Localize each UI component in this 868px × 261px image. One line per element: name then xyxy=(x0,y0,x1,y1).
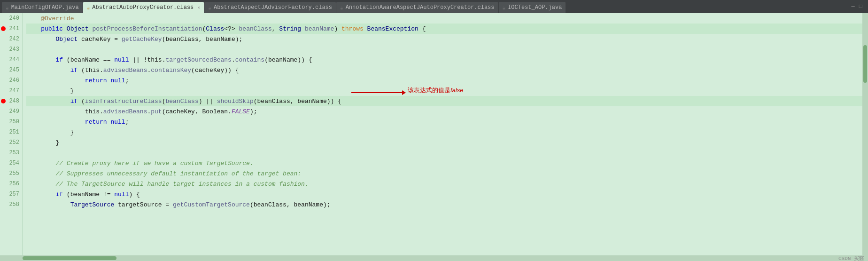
line-246-indent xyxy=(26,77,85,84)
tab-mainconfigofaop[interactable]: ☕ MainConfigOfAOP.java xyxy=(2,2,83,13)
line-245-containskey: containsKey xyxy=(151,67,191,74)
vertical-scrollbar[interactable] xyxy=(862,13,868,255)
tab-annotationaware[interactable]: ☕ AnnotationAwareAspectJAutoProxyCreator… xyxy=(336,2,498,13)
line-249-end: ); xyxy=(250,108,257,115)
tab-label-2: AbstractAspectJAdvisorFactory.class xyxy=(214,4,332,11)
line-248-isinfra: isInfrastructureClass xyxy=(85,98,162,105)
line-248-shouldskip: shouldSkip xyxy=(217,98,254,105)
line-244-contains-method: contains xyxy=(235,56,264,63)
line-242-content xyxy=(26,36,55,43)
line-num-248: 248 xyxy=(0,96,22,106)
scrollbar-thumb-v[interactable] xyxy=(863,45,867,83)
line-num-243: 243 xyxy=(0,44,22,55)
line-246-return: return xyxy=(85,77,111,84)
code-line-254: // Create proxy here if we have a custom… xyxy=(26,158,862,168)
line-num-258: 258 xyxy=(0,199,22,210)
code-line-249: this.advisedBeans.put(cacheKey, Boolean.… xyxy=(26,106,862,117)
line-244-end: (beanName)) { xyxy=(264,56,312,63)
line-251-content: } xyxy=(26,129,74,136)
line-248-indent xyxy=(26,98,70,105)
line-num-257: 257 xyxy=(0,189,22,199)
tab-ioctest[interactable]: ☕ IOCTest_AOP.java xyxy=(499,2,566,13)
line-247-content: } xyxy=(26,87,74,95)
line-242-method: getCacheKey xyxy=(122,36,162,43)
tab-icon-2: ☕ xyxy=(208,5,211,11)
horizontal-scrollbar[interactable]: CSDN 买酱 xyxy=(0,255,868,261)
line-245-dot: . xyxy=(147,67,151,74)
code-line-257: if (beanName != null) { xyxy=(26,189,862,199)
tab-label-1: AbstractAutoProxyCreator.class xyxy=(92,4,194,11)
line-248-args: (beanClass, beanName)) { xyxy=(254,98,341,105)
tab-abstractaspectjadvisorfactory[interactable]: ☕ AbstractAspectJAdvisorFactory.class xyxy=(204,2,336,13)
line-257-if: if xyxy=(55,191,66,198)
code-line-246: return null; xyxy=(26,75,862,86)
code-line-245: if (this.advisedBeans.containsKey(cacheK… xyxy=(26,65,862,75)
line-256-comment: // The TargetSource will handle target i… xyxy=(26,181,309,188)
line-245-content: (this. xyxy=(81,67,103,74)
line-num-241: 241 xyxy=(0,24,22,34)
line-244-content: (beanName == xyxy=(67,56,114,63)
editor-container: ☕ MainConfigOfAOP.java ☕ AbstractAutoPro… xyxy=(0,0,868,261)
line-num-250: 250 xyxy=(0,117,22,127)
line-num-249: 249 xyxy=(0,106,22,117)
watermark: CSDN 买酱 xyxy=(838,255,864,261)
code-line-253 xyxy=(26,148,862,158)
line-258-var: targetSource = xyxy=(118,201,173,208)
code-line-240: @Override xyxy=(26,13,862,24)
tab-close-1[interactable]: ✕ xyxy=(197,5,200,10)
code-line-258: TargetSource targetSource = getCustomTar… xyxy=(26,199,862,210)
code-line-241: public Object postProcessBeforeInstantia… xyxy=(26,24,862,34)
line-257-content: (beanName != xyxy=(67,191,114,198)
line-258-indent xyxy=(26,201,70,208)
line-num-242: 242 xyxy=(0,34,22,44)
line-num-244: 244 xyxy=(0,55,22,65)
line-258-type: TargetSource xyxy=(70,201,118,208)
tab-label-0: MainConfigOfAOP.java xyxy=(11,4,79,11)
code-line-250: return null; xyxy=(26,117,862,127)
line-244-contains: . xyxy=(232,56,235,63)
line-249-indent: this. xyxy=(26,108,103,115)
line-num-245: 245 xyxy=(0,65,22,75)
line-257-indent xyxy=(26,191,55,198)
line-252-content: } xyxy=(26,139,59,146)
code-area[interactable]: @Override public Object postProcessBefor… xyxy=(23,13,862,255)
tab-label-4: IOCTest_AOP.java xyxy=(508,4,562,11)
tab-icon-3: ☕ xyxy=(340,5,343,11)
tab-abstractautoproxycreator[interactable]: ☕ AbstractAutoProxyCreator.class ✕ xyxy=(83,2,204,13)
editor-body: 240 241 242 243 244 245 246 247 248 249 … xyxy=(0,13,868,255)
line-241-paren: ( xyxy=(202,25,206,32)
line-num-254: 254 xyxy=(0,158,22,168)
line-241-indent xyxy=(26,25,41,32)
throws-keyword: throws xyxy=(341,25,367,32)
line-241-public: public xyxy=(41,25,67,32)
line-245-if: if xyxy=(70,67,81,74)
line-248-if: if xyxy=(70,98,81,105)
line-241-paren2: ) xyxy=(334,25,341,32)
line-num-252: 252 xyxy=(0,137,22,148)
code-line-256: // The TargetSource will handle target i… xyxy=(26,179,862,189)
line-244-indent xyxy=(26,56,55,63)
line-242-object: Object xyxy=(55,36,81,43)
line-242-args: (beanClass, beanName); xyxy=(162,36,243,43)
line-241-object: Object xyxy=(67,25,93,32)
line-241-beanClass: beanClass xyxy=(239,25,272,32)
line-248-beanclass: beanClass xyxy=(165,98,198,105)
minimize-icon[interactable]: ─ xyxy=(852,3,855,10)
line-241-beansex: BeansException xyxy=(367,25,418,32)
line-num-255: 255 xyxy=(0,168,22,179)
line-num-253: 253 xyxy=(0,148,22,158)
line-241-diamond: <?> xyxy=(224,25,239,32)
line-258-method: getCustomTargetSource xyxy=(173,201,250,208)
line-249-put: put xyxy=(151,108,162,115)
line-257-null: null xyxy=(114,191,129,198)
code-line-247: } xyxy=(26,86,862,96)
scrollbar-thumb-h[interactable] xyxy=(23,256,116,260)
line-241-method: postProcessBeforeInstantiation xyxy=(92,25,202,32)
line-240-content xyxy=(26,15,41,22)
maximize-icon[interactable]: □ xyxy=(859,3,862,10)
line-249-dot: . xyxy=(147,108,151,115)
line-numbers-gutter: 240 241 242 243 244 245 246 247 248 249 … xyxy=(0,13,23,255)
line-244-target: targetSourcedBeans xyxy=(165,56,231,63)
tab-icon-1: ☕ xyxy=(87,5,90,11)
code-line-244: if (beanName == null || !this.targetSour… xyxy=(26,55,862,65)
